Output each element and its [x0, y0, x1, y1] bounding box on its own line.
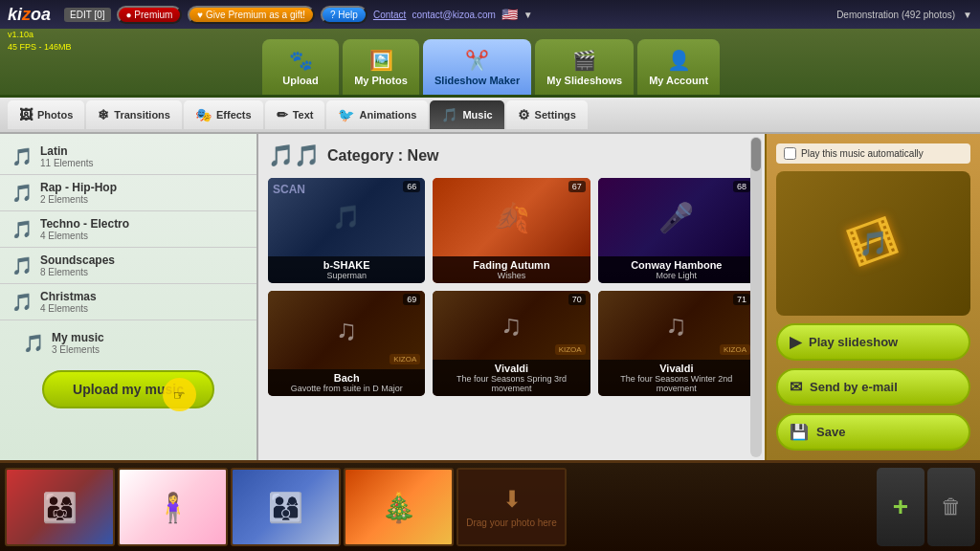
- demo-info: Demonstration (492 photos): [836, 10, 955, 20]
- play-icon: ▶: [790, 333, 801, 351]
- scrollbar-thumb: [751, 138, 761, 171]
- tab-slideshow-maker[interactable]: ✂️ Slideshow Maker: [423, 39, 531, 95]
- version-info: v1.10a 45 FPS - 146MB: [8, 29, 72, 53]
- timeline-frame-2[interactable]: 🧍‍♀️: [118, 468, 228, 546]
- drag-arrow-icon: ⬇: [502, 486, 522, 513]
- sidebar-item-christmas[interactable]: 🎵 Christmas 4 Elements: [0, 284, 256, 320]
- edit-badge: EDIT [0]: [64, 8, 111, 22]
- music-icon: 🎵: [11, 183, 33, 204]
- music-grid: SCAN 🎵 66 b-SHAKE Superman 🍂 67 Fading A…: [268, 178, 755, 396]
- music-sub-icon: 🎵: [441, 107, 457, 122]
- main-content: 🎵 Latin 11 Elements 🎵 Rap - Hip-Hop 2 El…: [0, 134, 980, 460]
- sidebar-item-soundscapes[interactable]: 🎵 Soundscapes 8 Elements: [0, 248, 256, 284]
- music-icon: 🎵: [11, 219, 33, 240]
- tab-upload[interactable]: 🐾 Upload: [262, 39, 339, 95]
- category-icon: 🎵🎵: [268, 143, 320, 168]
- auto-play-row: Play this music automatically: [776, 143, 970, 164]
- trash-icon: 🗑: [941, 495, 962, 519]
- music-area: 🎵🎵 Category : New SCAN 🎵 66 b-SHAKE Supe…: [258, 134, 765, 460]
- card-num: 69: [403, 294, 420, 305]
- text-icon: ✏: [277, 107, 288, 122]
- music-icon: 🎵: [23, 333, 44, 354]
- dropdown-arrow-icon[interactable]: ▼: [523, 10, 533, 20]
- sidebar-item-my-music[interactable]: 🎵 My music 3 Elements: [11, 325, 245, 361]
- timeline-frame-1[interactable]: 👨‍👩‍👧: [5, 468, 115, 546]
- premium-button[interactable]: ● Premium: [117, 6, 183, 24]
- email-icon: ✉: [790, 378, 802, 396]
- card-num: 67: [568, 181, 586, 192]
- settings-icon: ⚙: [518, 107, 530, 122]
- sidebar-item-techno[interactable]: 🎵 Techno - Electro 4 Elements: [0, 211, 256, 248]
- save-button[interactable]: 💾 Save: [776, 413, 970, 451]
- card-num: 68: [733, 181, 750, 192]
- timeline-drag-placeholder: ⬇ Drag your photo here: [457, 468, 567, 546]
- tab-my-slideshows[interactable]: 🎬 My Slideshows: [535, 39, 634, 95]
- timeline-frame-4[interactable]: 🎄: [344, 468, 454, 546]
- contact-link[interactable]: Contact: [373, 10, 406, 20]
- music-icon: 🎵: [11, 292, 33, 313]
- card-num: 70: [568, 294, 586, 305]
- top-bar: kizoa EDIT [0] ● Premium ♥ Give Premium …: [0, 0, 980, 29]
- card-num: 66: [403, 181, 420, 192]
- help-button[interactable]: ? Help: [321, 6, 368, 24]
- transitions-icon: ❄: [98, 107, 109, 122]
- add-frame-button[interactable]: +: [877, 468, 924, 546]
- effects-icon: 🎭: [195, 107, 212, 122]
- subtab-text[interactable]: ✏ Text: [265, 100, 325, 129]
- sidebar-item-latin[interactable]: 🎵 Latin 11 Elements: [0, 139, 256, 175]
- tab-my-photos[interactable]: 🖼️ My Photos: [343, 39, 419, 95]
- email-display: contact@kizoa.com: [412, 10, 495, 20]
- timeline: 👨‍👩‍👧 🧍‍♀️ 👨‍👩‍👦 🎄 ⬇ Drag your photo her…: [0, 460, 980, 551]
- sidebar-item-rap[interactable]: 🎵 Rap - Hip-Hop 2 Elements: [0, 175, 256, 211]
- animations-icon: 🐦: [338, 107, 354, 122]
- music-icon: 🎵: [11, 255, 33, 276]
- music-icon: 🎵: [11, 146, 33, 167]
- photos-icon: 🖼️: [369, 49, 393, 72]
- subtab-transitions[interactable]: ❄ Transitions: [86, 100, 182, 129]
- my-music-section: 🎵 My music 3 Elements Upload my music: [0, 320, 256, 423]
- category-title: Category : New: [327, 147, 438, 165]
- subtab-settings[interactable]: ⚙ Settings: [506, 100, 588, 129]
- demo-dropdown-icon[interactable]: ▼: [963, 10, 972, 20]
- music-scrollbar[interactable]: [750, 137, 762, 457]
- send-email-button[interactable]: ✉ Send by e-mail: [776, 368, 970, 406]
- sidebar: 🎵 Latin 11 Elements 🎵 Rap - Hip-Hop 2 El…: [0, 134, 258, 460]
- account-icon: 👤: [667, 49, 691, 72]
- upload-icon: 🐾: [289, 49, 313, 72]
- subtab-animations[interactable]: 🐦 Animations: [326, 100, 428, 129]
- subtab-music[interactable]: 🎵 Music: [430, 100, 503, 129]
- music-card-autumn[interactable]: 🍂 67 Fading Autumn Wishes: [433, 178, 590, 283]
- music-visual: 🎞 🎵: [776, 171, 970, 316]
- timeline-frame-3[interactable]: 👨‍👩‍👦: [231, 468, 341, 546]
- subtab-photos[interactable]: 🖼 Photos: [8, 100, 84, 129]
- logo: kizoa: [8, 5, 51, 25]
- card-num: 71: [733, 294, 750, 305]
- music-card-bshake[interactable]: SCAN 🎵 66 b-SHAKE Superman: [268, 178, 425, 283]
- gift-button[interactable]: ♥ Give Premium as a gift!: [188, 6, 315, 24]
- slideshows-icon: 🎬: [572, 49, 596, 72]
- photos-sub-icon: 🖼: [19, 107, 33, 122]
- trash-button[interactable]: 🗑: [927, 468, 975, 546]
- music-card-vivaldi2[interactable]: ♫ KIZOA 71 Vivaldi The four Seasons Wint…: [598, 291, 755, 396]
- tab-my-account[interactable]: 👤 My Account: [637, 39, 720, 95]
- save-icon: 💾: [790, 423, 809, 441]
- music-note-decoration: 🎵: [858, 230, 888, 257]
- auto-play-label: Play this music automatically: [801, 148, 924, 159]
- auto-play-checkbox[interactable]: [784, 147, 796, 160]
- upload-music-button[interactable]: Upload my music: [42, 370, 214, 408]
- flag-icon: 🇺🇸: [501, 7, 518, 22]
- sub-tabs: 🖼 Photos ❄ Transitions 🎭 Effects ✏ Text …: [0, 98, 980, 134]
- slideshow-icon: ✂️: [465, 49, 489, 72]
- play-slideshow-button[interactable]: ▶ Play slideshow: [776, 323, 970, 361]
- music-card-conway[interactable]: 🎤 68 Conway Hambone More Light: [598, 178, 755, 283]
- nav-tabs: 🐾 Upload 🖼️ My Photos ✂️ Slideshow Maker…: [0, 29, 980, 98]
- category-header: 🎵🎵 Category : New: [268, 143, 755, 168]
- right-panel: Play this music automatically 🎞 🎵 ▶ Play…: [765, 134, 980, 460]
- music-card-vivaldi1[interactable]: ♫ KIZOA 70 Vivaldi The four Seasons Spri…: [433, 291, 590, 396]
- music-card-bach[interactable]: ♫ KIZOA 69 Bach Gavotte from suite in D …: [268, 291, 425, 396]
- subtab-effects[interactable]: 🎭 Effects: [184, 100, 263, 129]
